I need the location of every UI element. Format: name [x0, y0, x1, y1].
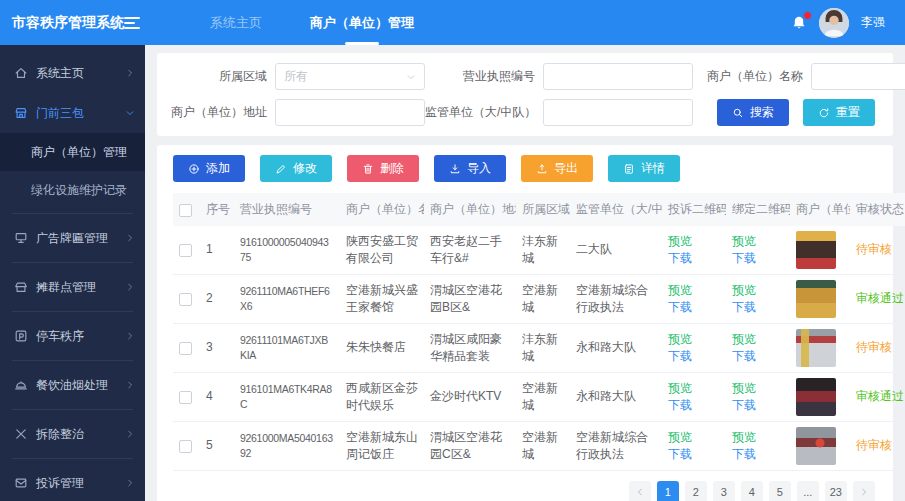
sidebar-menu: 系统主页门前三包商户（单位）管理绿化设施维护记录广告牌匾管理摊群点管理停车秩序餐… [0, 45, 145, 501]
row-checkbox[interactable] [179, 391, 192, 404]
bind-qr-download-link[interactable]: 下载 [732, 349, 756, 363]
page-button[interactable]: 1 [657, 481, 679, 501]
edit-icon [275, 163, 287, 175]
bind-qr-download-link[interactable]: 下载 [732, 300, 756, 314]
notification-bell-icon[interactable] [791, 15, 807, 31]
export-button[interactable]: 导出 [521, 155, 593, 182]
region-cell: 空港新城 [516, 373, 570, 422]
complaint-qr-preview-link[interactable]: 预览 [668, 332, 692, 346]
table-body: 1 916100000504094375 陕西安盛工贸有限公司 西安老赵二手车行… [173, 226, 905, 471]
complaint-qr-preview-link[interactable]: 预览 [668, 430, 692, 444]
tab-system-home[interactable]: 系统主页 [186, 0, 286, 45]
filter-input[interactable] [543, 99, 693, 126]
add-button[interactable]: 添加 [173, 155, 245, 182]
filter-input[interactable] [275, 99, 425, 126]
page-button[interactable]: 3 [713, 481, 735, 501]
header-tabs: 系统主页 商户（单位）管理 [186, 0, 438, 45]
filter-input[interactable] [543, 63, 693, 90]
status-badge: 审核通过 [856, 291, 904, 305]
import-button[interactable]: 导入 [434, 155, 506, 182]
bind-qr-preview-link[interactable]: 预览 [732, 283, 756, 297]
complaint-qr-download-link[interactable]: 下载 [668, 398, 692, 412]
complaint-qr-preview-link[interactable]: 预览 [668, 381, 692, 395]
merchant-address-cell: 渭城区空港花园B区& [424, 275, 516, 324]
page-button[interactable]: 5 [769, 481, 791, 501]
column-header: 绑定二维码 [726, 193, 790, 226]
row-checkbox[interactable] [179, 293, 192, 306]
complaint-qr-download-link[interactable]: 下载 [668, 349, 692, 363]
detail-button[interactable]: 详情 [608, 155, 680, 182]
table-row: 3 92611101MA6TJXBKIA 朱朱快餐店 渭城区咸阳豪华精品套装 沣… [173, 324, 905, 373]
status-badge: 待审核 [856, 242, 892, 256]
license-cell: 9261000MA504016392 [234, 422, 340, 471]
merchant-address-cell: 金沙时代KTV [424, 373, 516, 422]
column-header: 商户（单位）名称 [340, 193, 424, 226]
complaint-qr-preview-link[interactable]: 预览 [668, 234, 692, 248]
page-button[interactable]: 4 [741, 481, 763, 501]
menu-collapse-icon[interactable] [118, 17, 152, 29]
bind-qr-download-link[interactable]: 下载 [732, 398, 756, 412]
edit-button[interactable]: 修改 [260, 155, 332, 182]
sidebar-item-label: 摊群点管理 [36, 279, 117, 296]
search-button[interactable]: 搜索 [717, 99, 789, 126]
bind-qr-preview-link[interactable]: 预览 [732, 430, 756, 444]
sidebar-item[interactable]: 餐饮油烟处理 [0, 365, 145, 405]
sidebar-item-label: 拆除整治 [36, 426, 117, 443]
sidebar-item-label: 绿化设施维护记录 [31, 182, 135, 199]
chevron-right-icon [125, 331, 135, 341]
region-cell: 沣东新城 [516, 226, 570, 275]
merchant-photo[interactable] [796, 378, 836, 416]
delete-button[interactable]: 删除 [347, 155, 419, 182]
sidebar-item[interactable]: 拆除整治 [0, 414, 145, 454]
region-select[interactable]: 所有 [275, 63, 425, 90]
bind-qr-preview-link[interactable]: 预览 [732, 332, 756, 346]
sidebar-item[interactable]: 商户（单位）管理 [0, 133, 145, 171]
page-ellipsis[interactable]: ... [797, 481, 819, 501]
license-cell: 916100000504094375 [234, 226, 340, 275]
merchant-photo[interactable] [796, 427, 836, 465]
sidebar-item[interactable]: 门前三包 [0, 93, 145, 133]
page-button[interactable]: 2 [685, 481, 707, 501]
merchant-photo[interactable] [796, 231, 836, 269]
bind-qr-download-link[interactable]: 下载 [732, 251, 756, 265]
sidebar-item[interactable]: 系统主页 [0, 53, 145, 93]
column-header: 所属区域 [516, 193, 570, 226]
complaint-qr-download-link[interactable]: 下载 [668, 251, 692, 265]
bind-qr-preview-link[interactable]: 预览 [732, 381, 756, 395]
sidebar-item[interactable]: 广告牌匾管理 [0, 218, 145, 258]
bind-qr-preview-link[interactable]: 预览 [732, 234, 756, 248]
sidebar-item[interactable]: 绿化设施维护记录 [0, 171, 145, 209]
row-index-cell: 3 [200, 324, 234, 373]
filter-field: 监管单位（大/中队） [425, 99, 693, 126]
filter-input[interactable] [811, 63, 905, 90]
tab-merchant-management[interactable]: 商户（单位）管理 [286, 0, 438, 45]
merchant-photo[interactable] [796, 280, 836, 318]
user-avatar[interactable] [819, 8, 849, 38]
complaint-qr-preview-link[interactable]: 预览 [668, 283, 692, 297]
plus-icon [188, 163, 200, 175]
row-checkbox[interactable] [179, 342, 192, 355]
column-header: 序号 [200, 193, 234, 226]
bind-qr-download-link[interactable]: 下载 [732, 447, 756, 461]
row-checkbox[interactable] [179, 244, 192, 257]
sidebar-item[interactable]: 摊群点管理 [0, 267, 145, 307]
merchant-photo[interactable] [796, 329, 836, 367]
complaint-qr-download-link[interactable]: 下载 [668, 447, 692, 461]
row-checkbox[interactable] [179, 440, 192, 453]
app-title: 市容秩序管理系统 [0, 14, 118, 32]
sidebar-item[interactable]: 投诉管理 [0, 463, 145, 501]
sidebar-item[interactable]: 停车秩序 [0, 316, 145, 356]
sidebar-item-label: 餐饮油烟处理 [36, 377, 117, 394]
header-right: 李强 [791, 8, 905, 38]
row-index-cell: 4 [200, 373, 234, 422]
select-all-checkbox[interactable] [179, 204, 192, 217]
column-header: 投诉二维码 [662, 193, 726, 226]
column-header: 营业执照编号 [234, 193, 340, 226]
prev-page-button[interactable] [629, 481, 651, 501]
column-header: 监管单位（大/中队） [570, 193, 662, 226]
reset-button[interactable]: 重置 [803, 99, 875, 126]
complaint-qr-download-link[interactable]: 下载 [668, 300, 692, 314]
next-page-button[interactable] [853, 481, 875, 501]
chevron-right-icon [125, 282, 135, 292]
page-button[interactable]: 23 [825, 481, 847, 501]
